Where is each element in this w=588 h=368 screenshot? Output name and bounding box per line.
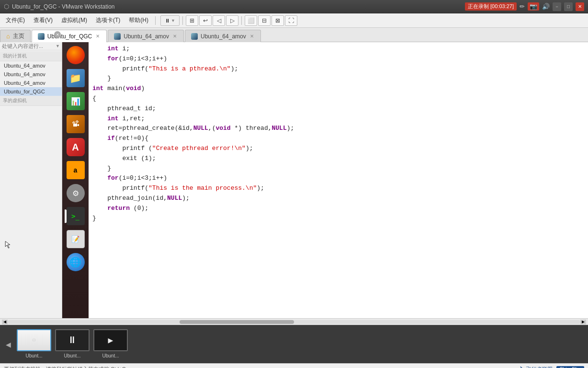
thumb-label-2: Ubunt... xyxy=(64,353,80,358)
tab-ubuntu-amov-1-label: Ubuntu_64_amov xyxy=(124,33,169,40)
thumb-img-1[interactable]: □ xyxy=(17,329,51,351)
thumbnail-1[interactable]: □ Ubunt... xyxy=(17,329,51,360)
thumbnail-bar: ◀ □ Ubunt... ⏸ Ubunt... ▶ Ubunt... xyxy=(0,325,588,363)
code-line-3: printf("This is a pthread.\n"); xyxy=(92,64,584,74)
sidebar-section-my-computer: 我的计算机 xyxy=(0,51,62,61)
settings-icon: ⚙ xyxy=(67,184,85,202)
thumb-img-3[interactable]: ▶ xyxy=(93,329,128,351)
menu-file[interactable]: 文件(E) xyxy=(2,14,29,26)
menu-view[interactable]: 查看(V) xyxy=(30,14,57,26)
dock-item-files[interactable]: 📁 xyxy=(65,67,87,89)
title-bar-left: ⬡ Ubuntu_for_QGC - VMware Workstation xyxy=(4,3,115,10)
snapshot-button[interactable]: ⊞ xyxy=(186,15,198,26)
search-dropdown-icon[interactable]: ▼ xyxy=(56,44,60,48)
minimize-button[interactable]: － xyxy=(553,2,561,11)
revert-button[interactable]: ↩ xyxy=(199,15,212,26)
tab-close-2[interactable]: ✕ xyxy=(172,34,178,39)
files-icon: 📁 xyxy=(67,69,85,87)
dock-item-amazon[interactable]: a xyxy=(65,159,87,181)
code-line-6: int main(void) xyxy=(92,84,584,94)
scroll-right-button[interactable]: ▶ xyxy=(580,320,586,324)
menu-separator-1 xyxy=(155,16,156,25)
search-input[interactable] xyxy=(2,43,56,49)
dock-item-firefox[interactable] xyxy=(65,44,87,66)
pencil-icon: ✏ xyxy=(520,3,525,10)
tab-home[interactable]: ⌂ 主页 xyxy=(0,30,31,42)
menu-help[interactable]: 帮助(H) xyxy=(125,14,152,26)
presentation-icon: 📽 xyxy=(67,115,85,133)
dock-item-texteditor[interactable]: 📝 xyxy=(65,228,87,250)
speaker-icon: 🔊 xyxy=(542,3,550,10)
scroll-track[interactable] xyxy=(8,320,580,324)
firefox-icon xyxy=(67,46,85,64)
thumbnail-3[interactable]: ▶ Ubunt... xyxy=(93,329,128,360)
terminal-icon: >_ xyxy=(67,207,85,225)
forward-button[interactable]: ▷ xyxy=(226,15,238,26)
tab-close-1[interactable]: ✕ xyxy=(95,34,101,39)
code-line-12: printf ("Create pthread error!\n"); xyxy=(92,144,584,154)
sidebar-item-ubuntu-qgc[interactable]: Ubuntu_for_QGC xyxy=(0,87,62,96)
back-button[interactable]: ◁ xyxy=(213,15,225,26)
thumb-img-2[interactable]: ⏸ xyxy=(55,329,90,351)
dock-item-spreadsheet[interactable]: 📊 xyxy=(65,90,87,112)
code-line-11: if(ret!=0){ xyxy=(92,134,584,144)
code-line-13: exit (1); xyxy=(92,154,584,164)
dock-item-appstore[interactable]: A xyxy=(65,136,87,158)
resize-button[interactable]: ⊠ xyxy=(271,15,284,26)
dock-item-settings[interactable]: ⚙ xyxy=(65,182,87,204)
home-icon: ⌂ xyxy=(6,33,10,40)
toolbar-group-1: ⏸ ▼ ⊞ ↩ ◁ ▷ ⬜ ⊟ ⊠ ⛶ xyxy=(160,15,297,26)
tab-bar: ⌂ 主页 Ubuntu_for_QGC ✕ Ubuntu_64_amov ✕ U… xyxy=(0,28,588,42)
tab-close-3[interactable]: ✕ xyxy=(249,34,255,39)
tab-vm-icon-2 xyxy=(114,33,121,40)
tab-ubuntu-amov-2-label: Ubuntu_64_amov xyxy=(201,33,246,40)
dock-item-terminal[interactable]: >_ xyxy=(65,205,87,227)
code-line-16: printf("This is the main process.\n"); xyxy=(92,184,584,194)
title-bar-text: Ubuntu_for_QGC - VMware Workstation xyxy=(12,3,115,10)
code-line-8: pthread_t id; xyxy=(92,104,584,114)
sidebar-item-ubuntu-amov-3[interactable]: Ubuntu_64_amov xyxy=(0,79,62,87)
menu-bar: 文件(E) 查看(V) 虚拟机(M) 选项卡(T) 帮助(H) ⏸ ▼ ⊞ ↩ … xyxy=(0,13,588,28)
maximize-button[interactable]: □ xyxy=(564,2,573,11)
fit-button[interactable]: ⬜ xyxy=(245,15,257,26)
tab-ubuntu-amov-1[interactable]: Ubuntu_64_amov ✕ xyxy=(108,30,184,42)
thumb-label-3: Ubunt... xyxy=(102,353,119,358)
tab-vm-icon-1 xyxy=(38,33,45,40)
pause-button[interactable]: ⏸ ▼ xyxy=(160,15,180,26)
sidebar: ▼ ✕ 我的计算机 Ubuntu_64_amov Ubuntu_64_amov … xyxy=(0,42,62,318)
texteditor-icon: 📝 xyxy=(67,230,85,248)
tab-home-label: 主页 xyxy=(13,32,24,40)
sidebar-item-ubuntu-amov-2[interactable]: Ubuntu_64_amov xyxy=(0,70,62,79)
sidebar-search[interactable]: ▼ xyxy=(0,42,62,50)
code-area[interactable]: int i; for(i=0;i<3;i++) printf("This is … xyxy=(89,42,588,318)
sidebar-section-shared: 享的虚拟机 xyxy=(0,96,62,106)
appstore-icon: A xyxy=(67,138,85,156)
horizontal-scrollbar[interactable]: ◀ ▶ xyxy=(0,318,588,325)
menu-vm[interactable]: 虚拟机(M) xyxy=(57,14,91,26)
thumb-arrow-left[interactable]: ◀ xyxy=(4,341,13,348)
thumb-preview-1: □ xyxy=(18,330,50,350)
code-line-1: int i; xyxy=(92,44,584,54)
sidebar-item-ubuntu-amov-1[interactable]: Ubuntu_64_amov xyxy=(0,61,62,70)
stretch-button[interactable]: ⊟ xyxy=(258,15,271,26)
menu-tab[interactable]: 选项卡(T) xyxy=(92,14,124,26)
tab-ubuntu-qgc[interactable]: Ubuntu_for_QGC ✕ xyxy=(32,30,107,42)
dock-item-browser[interactable]: 🌐 xyxy=(65,251,87,273)
ubuntu-dock: 📁 📊 📽 A a ⚙ >_ 📝 🌐 xyxy=(62,42,89,318)
title-bar-icon: ⬡ xyxy=(4,3,9,10)
code-line-4: } xyxy=(92,74,584,84)
code-line-15: for(i=0;i<3;i++) xyxy=(92,173,584,184)
dock-item-presentation[interactable]: 📽 xyxy=(65,113,87,135)
sidebar-tree: 我的计算机 Ubuntu_64_amov Ubuntu_64_amov Ubun… xyxy=(0,50,62,318)
tab-ubuntu-amov-2[interactable]: Ubuntu_64_amov ✕ xyxy=(185,30,261,42)
main-area: ▼ ✕ 我的计算机 Ubuntu_64_amov Ubuntu_64_amov … xyxy=(0,42,588,318)
menu-separator-2 xyxy=(182,16,183,25)
scroll-thumb[interactable] xyxy=(180,320,294,324)
spreadsheet-icon: 📊 xyxy=(67,92,85,110)
scroll-left-button[interactable]: ◀ xyxy=(2,320,8,324)
airplane-icon: ✈ xyxy=(518,365,524,368)
thumbnail-2[interactable]: ⏸ Ubunt... xyxy=(55,329,90,360)
fullscreen-button[interactable]: ⛶ xyxy=(285,15,297,26)
code-line-10: ret=pthread_create(&id,NULL,(void *) thr… xyxy=(92,124,584,134)
close-button[interactable]: ✕ xyxy=(576,2,584,11)
